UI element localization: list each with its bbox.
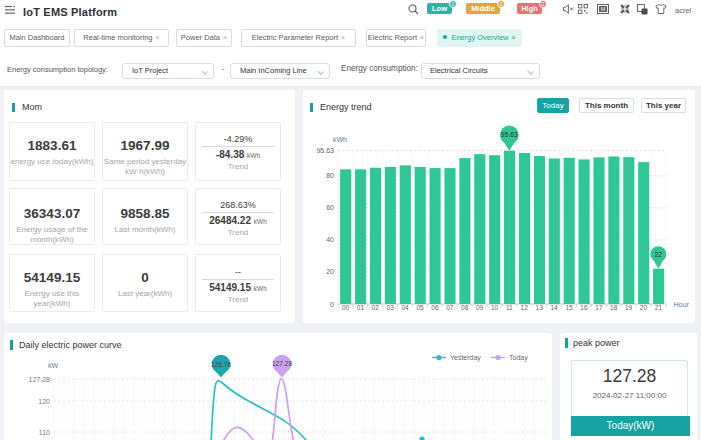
svg-text:10: 10 xyxy=(491,304,499,311)
svg-text:13: 13 xyxy=(536,304,544,311)
svg-text:kWh: kWh xyxy=(333,136,347,143)
svg-text:18: 18 xyxy=(610,304,618,311)
svg-text:127.28: 127.28 xyxy=(272,360,293,367)
svg-text:20: 20 xyxy=(326,268,334,275)
svg-text:17: 17 xyxy=(595,304,603,311)
svg-text:02: 02 xyxy=(372,304,380,311)
svg-text:04: 04 xyxy=(401,304,409,311)
svg-text:20: 20 xyxy=(640,304,648,311)
svg-text:M: M xyxy=(601,6,606,12)
svg-text:40: 40 xyxy=(326,236,334,243)
svg-text:14: 14 xyxy=(550,304,558,311)
svg-text:Hour: Hour xyxy=(674,301,690,308)
svg-text:80: 80 xyxy=(326,172,334,179)
svg-text:110: 110 xyxy=(39,429,50,436)
svg-text:Yesterday: Yesterday xyxy=(450,354,481,362)
svg-text:126.76: 126.76 xyxy=(211,361,232,368)
svg-text:120: 120 xyxy=(38,398,50,405)
svg-text:09: 09 xyxy=(476,304,484,311)
svg-text:16: 16 xyxy=(580,304,588,311)
svg-text:08: 08 xyxy=(461,304,469,311)
svg-text:15: 15 xyxy=(565,304,573,311)
svg-text:03: 03 xyxy=(387,304,395,311)
svg-text:06: 06 xyxy=(431,304,439,311)
svg-text:0: 0 xyxy=(330,301,334,308)
svg-text:95.63: 95.63 xyxy=(316,147,334,154)
svg-text:60: 60 xyxy=(326,204,334,211)
svg-text:01: 01 xyxy=(357,304,365,311)
svg-text:12: 12 xyxy=(521,304,529,311)
svg-text:05: 05 xyxy=(416,304,424,311)
svg-text:07: 07 xyxy=(446,304,454,311)
svg-text:kW: kW xyxy=(48,362,59,369)
svg-text:19: 19 xyxy=(625,304,633,311)
svg-text:95.63: 95.63 xyxy=(501,131,518,138)
svg-text:00: 00 xyxy=(342,304,350,311)
svg-text:22: 22 xyxy=(655,251,663,258)
svg-text:11: 11 xyxy=(506,304,513,311)
svg-text:Today: Today xyxy=(509,354,528,362)
svg-text:127.28: 127.28 xyxy=(29,376,51,383)
svg-text:21: 21 xyxy=(655,304,663,311)
